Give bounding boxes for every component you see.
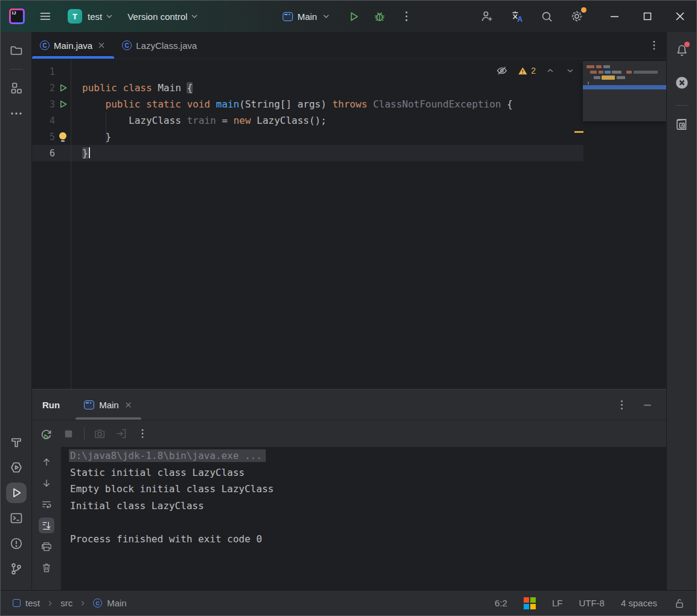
title-bar: IJ T test Version control Main (1, 1, 696, 32)
more-tool-windows-icon[interactable] (6, 103, 27, 124)
input-method-icon[interactable] (524, 597, 536, 609)
translate-icon[interactable] (510, 9, 524, 24)
caret-position[interactable]: 6:2 (495, 598, 507, 608)
editor-tab-bar: C Main.java C LazyClass.java (32, 32, 666, 59)
problems-tool-icon[interactable] (6, 533, 27, 554)
text-caret (89, 147, 90, 158)
services-tool-icon[interactable] (6, 457, 27, 478)
editor-line-5[interactable]: 5 } (32, 129, 583, 145)
gutter-icon-cell[interactable] (55, 100, 71, 109)
code-text[interactable]: } (71, 147, 90, 159)
project-widget[interactable]: test (88, 11, 114, 22)
code-text[interactable]: public static void main(String[] args) t… (71, 98, 513, 110)
stop-button[interactable] (62, 427, 75, 441)
minimap-code-block (626, 71, 632, 74)
tab-options-icon[interactable] (642, 32, 666, 59)
run-tool-icon[interactable] (6, 483, 27, 503)
editor-line-4[interactable]: 4 LazyClass train = new LazyClass(); (32, 112, 583, 129)
module-icon (13, 599, 21, 607)
editor-line-3[interactable]: 3 public static void main(String[] args)… (32, 96, 583, 112)
code-text[interactable]: public class Main { (71, 82, 193, 94)
warning-counter[interactable]: 2 (518, 66, 536, 76)
run-button[interactable] (347, 10, 361, 24)
hide-tool-window-icon[interactable] (641, 399, 654, 411)
minimap-viewport-bar[interactable] (583, 85, 666, 89)
tab-lazyclass-java[interactable]: C LazyClass.java (114, 32, 205, 59)
build-tool-icon[interactable] (6, 432, 27, 452)
console-gutter-toolbar (32, 447, 61, 590)
java-class-icon: C (40, 40, 50, 50)
minimap-code-block (590, 71, 597, 74)
chevron-down-icon (321, 11, 331, 21)
breadcrumb-main[interactable]: C Main (93, 598, 127, 608)
scroll-to-end-icon[interactable] (39, 518, 54, 533)
more-run-options-icon[interactable] (400, 10, 413, 23)
minimap-code-block (605, 71, 611, 74)
dictionary-book-icon[interactable] (672, 114, 692, 135)
previous-problem-icon[interactable] (545, 65, 556, 76)
soft-wrap-icon[interactable] (39, 496, 54, 512)
structure-tool-icon[interactable] (6, 78, 27, 98)
left-tool-stripe (1, 32, 32, 590)
editor-line-2[interactable]: 2 public class Main { (32, 80, 583, 96)
highlighting-level-eye-icon[interactable] (495, 64, 509, 77)
gutter-icon-cell[interactable] (55, 132, 71, 142)
minimize-button[interactable] (599, 1, 631, 32)
run-tab-label: Main (99, 400, 119, 410)
version-control-tool-icon[interactable] (6, 559, 27, 579)
next-problem-icon[interactable] (565, 65, 576, 76)
run-toolbar (32, 420, 666, 447)
rerun-button[interactable] (39, 427, 53, 441)
code-editor[interactable]: 12 public class Main {3 public static vo… (32, 59, 666, 389)
search-everywhere-icon[interactable] (540, 10, 554, 24)
export-console-icon[interactable] (115, 427, 128, 440)
stripe-divider (10, 69, 23, 69)
project-tool-icon[interactable] (6, 40, 27, 60)
scrollbar-warning-mark[interactable] (574, 131, 583, 133)
indent-indicator[interactable]: 4 spaces (621, 598, 657, 608)
run-gutter-icon (59, 83, 68, 92)
code-with-me-icon[interactable] (480, 9, 494, 24)
console-output[interactable]: D:\java8\jdk-1.8\bin\java.exe ...Static … (61, 447, 666, 590)
breadcrumb-project[interactable]: test (13, 598, 40, 608)
vcs-widget[interactable]: Version control (127, 11, 199, 22)
application-icon (84, 400, 94, 409)
status-bar: test src C Main 6:2 LF UTF-8 4 spaces (1, 590, 696, 615)
run-configuration-selector[interactable]: Main (283, 11, 331, 22)
run-panel-title: Run (42, 400, 60, 410)
terminal-tool-icon[interactable] (6, 508, 27, 528)
maximize-button[interactable] (631, 1, 664, 32)
tab-main-java[interactable]: C Main.java (32, 32, 114, 59)
plugin-x-circle-icon[interactable] (672, 72, 692, 93)
vcs-label: Version control (127, 11, 187, 22)
close-tab-icon[interactable] (124, 400, 133, 409)
editor-minimap[interactable] (583, 61, 666, 121)
settings-gear-icon[interactable] (570, 9, 584, 24)
dump-threads-camera-icon[interactable] (93, 427, 106, 440)
close-tab-icon[interactable] (97, 40, 106, 50)
close-button[interactable] (664, 1, 696, 32)
code-text[interactable]: LazyClass train = new LazyClass(); (71, 115, 327, 126)
encoding-indicator[interactable]: UTF-8 (579, 598, 605, 608)
gutter-icon-cell[interactable] (55, 83, 71, 92)
tool-window-options-icon[interactable] (615, 399, 628, 411)
up-stack-trace-icon[interactable] (39, 454, 54, 470)
print-icon[interactable] (39, 539, 54, 554)
console-line: Process finished with exit code 0 (70, 533, 666, 550)
debug-button[interactable] (373, 10, 387, 24)
line-ending-indicator[interactable]: LF (552, 598, 563, 608)
editor-line-6[interactable]: 6} (32, 145, 583, 161)
right-tool-stripe (666, 32, 696, 590)
line-number: 4 (32, 115, 55, 126)
main-menu-icon[interactable] (38, 9, 53, 24)
breadcrumb-src[interactable]: src (60, 598, 72, 608)
notifications-bell-icon[interactable] (672, 40, 692, 60)
project-avatar[interactable]: T (68, 9, 82, 24)
console-line: Static initial class LazyClass (70, 467, 666, 484)
lock-open-icon[interactable] (673, 597, 686, 609)
indent-guide (106, 112, 106, 145)
clear-console-icon[interactable] (39, 560, 54, 576)
down-stack-trace-icon[interactable] (39, 475, 54, 491)
console-more-options-icon[interactable] (137, 428, 149, 440)
run-tab-main[interactable]: Main (75, 390, 141, 420)
